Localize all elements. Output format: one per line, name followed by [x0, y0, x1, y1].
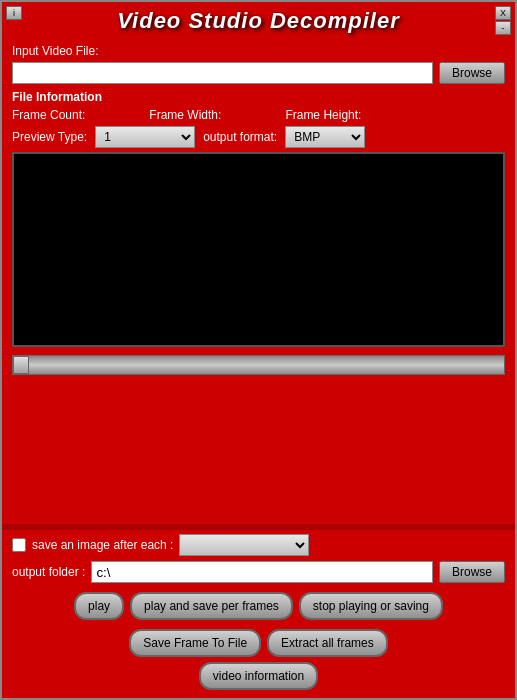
browse-button[interactable]: Browse: [439, 62, 505, 84]
app-window: i Video Studio Decompiler X - Input Vide…: [0, 0, 517, 700]
output-format-label: output format:: [203, 130, 277, 144]
preview-type-label: Preview Type:: [12, 130, 87, 144]
save-image-row: save an image after each : frame second: [12, 534, 505, 556]
file-input[interactable]: [12, 62, 433, 84]
save-image-checkbox[interactable]: [12, 538, 26, 552]
icon-button[interactable]: i: [6, 6, 22, 20]
minimize-button[interactable]: -: [495, 21, 511, 35]
file-info-label: File Information: [12, 90, 505, 104]
output-format-select[interactable]: BMP JPG PNG: [285, 126, 365, 148]
video-info-row: video information: [12, 662, 505, 690]
frame-height-label: Frame Height:: [285, 108, 361, 122]
slider-row: [12, 351, 505, 379]
video-info-button[interactable]: video information: [199, 662, 318, 690]
frame-count-label: Frame Count:: [12, 108, 85, 122]
play-buttons-row: play play and save per frames stop playi…: [12, 592, 505, 620]
play-button[interactable]: play: [74, 592, 124, 620]
close-button[interactable]: X: [495, 6, 511, 20]
title-bar: i Video Studio Decompiler X -: [2, 2, 515, 38]
preview-type-select[interactable]: 1 2 3: [95, 126, 195, 148]
preview-row: Preview Type: 1 2 3 output format: BMP J…: [12, 126, 505, 148]
output-folder-input[interactable]: [91, 561, 433, 583]
input-file-row: Browse: [12, 62, 505, 84]
app-title: Video Studio Decompiler: [117, 8, 400, 34]
save-image-label: save an image after each :: [32, 538, 173, 552]
video-preview: [12, 152, 505, 347]
window-controls: X -: [495, 6, 511, 35]
frame-slider[interactable]: [12, 355, 505, 375]
output-folder-label: output folder :: [12, 565, 85, 579]
frame-height-item: Frame Height:: [285, 108, 405, 122]
frame-width-label: Frame Width:: [149, 108, 221, 122]
save-image-combo[interactable]: frame second: [179, 534, 309, 556]
stop-button[interactable]: stop playing or saving: [299, 592, 443, 620]
frame-width-item: Frame Width:: [149, 108, 265, 122]
save-extract-row: Save Frame To File Extract all frames: [12, 629, 505, 657]
bottom-section: save an image after each : frame second …: [2, 530, 515, 698]
main-content: Input Video File: Browse File Informatio…: [2, 38, 515, 524]
output-folder-row: output folder : Browse: [12, 561, 505, 583]
file-info-row: Frame Count: Frame Width: Frame Height:: [12, 108, 505, 122]
input-label: Input Video File:: [12, 44, 505, 58]
play-save-button[interactable]: play and save per frames: [130, 592, 293, 620]
save-frame-button[interactable]: Save Frame To File: [129, 629, 261, 657]
output-browse-button[interactable]: Browse: [439, 561, 505, 583]
frame-count-item: Frame Count:: [12, 108, 129, 122]
extract-all-button[interactable]: Extract all frames: [267, 629, 388, 657]
